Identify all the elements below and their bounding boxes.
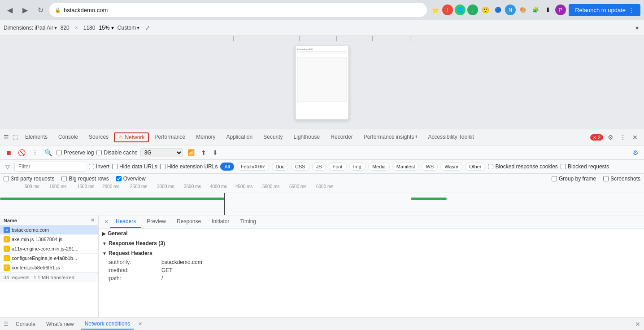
close-bottom-panel-button[interactable]: ✕	[635, 321, 640, 328]
group-by-frame-label[interactable]: Group by frame	[552, 176, 596, 182]
hide-data-urls-label[interactable]: Hide data URLs	[112, 163, 157, 170]
timeline-bar-area[interactable]	[0, 193, 644, 216]
tab-sources[interactable]: Sources	[83, 131, 114, 144]
import-har-button[interactable]: ⬆	[199, 148, 208, 157]
close-devtools-button[interactable]: ✕	[631, 133, 640, 142]
details-tab-initiator[interactable]: Initiator	[206, 216, 235, 228]
more-options-button[interactable]: ⋮	[618, 133, 628, 142]
bottom-tab-whats-new[interactable]: What's new	[43, 319, 78, 329]
chip-manifest[interactable]: Manifest	[392, 163, 419, 171]
general-section-header[interactable]: ▶ General	[99, 229, 644, 238]
export-har-button[interactable]: ⬇	[211, 148, 220, 157]
relaunch-button[interactable]: Relaunch to update ⋮	[569, 4, 640, 16]
ext-icon-6[interactable]: N	[505, 4, 516, 15]
blocked-requests-checkbox[interactable]	[561, 164, 566, 169]
settings-button[interactable]: ⚙	[606, 133, 615, 142]
disable-cache-checkbox[interactable]	[96, 150, 102, 155]
tab-performance-insights[interactable]: Performance insights ℹ	[358, 131, 423, 144]
search-button[interactable]: 🔍	[43, 148, 54, 157]
forward-button[interactable]: ▶	[19, 4, 31, 16]
preserve-log-label[interactable]: Preserve log	[57, 150, 94, 156]
disable-cache-label[interactable]: Disable cache	[96, 150, 137, 156]
close-list-header-button[interactable]: ✕	[91, 217, 95, 223]
chip-other[interactable]: Other	[465, 163, 486, 171]
close-details-button[interactable]: ✕	[102, 216, 110, 228]
bottom-tab-console[interactable]: Console	[12, 319, 39, 329]
dimensions-selector[interactable]: Dimensions: iPad Air ▾	[4, 25, 57, 31]
tab-accessibility[interactable]: Accessibility Toolkit	[422, 131, 479, 144]
invert-checkbox[interactable]	[89, 164, 94, 169]
ext-icon-8[interactable]: 🧩	[530, 4, 541, 15]
tab-network[interactable]: ⚠ Network	[114, 132, 149, 142]
preserve-log-checkbox[interactable]	[57, 150, 62, 155]
big-rows-label[interactable]: Big request rows	[61, 176, 109, 182]
rotate-button[interactable]: ⤢	[143, 23, 152, 32]
network-item-axe[interactable]: ! axe.min.js-13867884.js	[0, 235, 98, 244]
clear-button[interactable]: 🚫	[16, 148, 27, 157]
network-condition-icon[interactable]: 📶	[186, 148, 196, 157]
hide-extension-urls-checkbox[interactable]	[160, 164, 165, 169]
screenshots-checkbox[interactable]	[603, 176, 609, 181]
details-tab-headers[interactable]: Headers	[110, 216, 141, 228]
chip-font[interactable]: Font	[329, 163, 347, 171]
details-tab-timing[interactable]: Timing	[235, 216, 261, 228]
close-network-conditions-button[interactable]: ✕	[138, 321, 142, 327]
chip-img[interactable]: Img	[349, 163, 366, 171]
third-party-label[interactable]: 3rd-party requests	[4, 176, 54, 182]
chip-js[interactable]: JS	[312, 163, 326, 171]
device-mode-icon[interactable]: ☰	[2, 133, 11, 141]
big-rows-checkbox[interactable]	[61, 176, 67, 181]
chip-css[interactable]: CSS	[291, 163, 309, 171]
ext-icon-5[interactable]: 🔵	[492, 4, 503, 15]
chip-doc[interactable]: Doc	[272, 163, 289, 171]
invert-label[interactable]: Invert	[89, 163, 109, 170]
filter-icon[interactable]: ▽	[4, 163, 12, 171]
chip-wasm[interactable]: Wasm	[440, 163, 462, 171]
hide-data-urls-checkbox[interactable]	[112, 164, 117, 169]
network-settings-button[interactable]: ⚙	[631, 148, 640, 157]
chip-ws[interactable]: WS	[422, 163, 438, 171]
ext-icon-4[interactable]: 🙂	[480, 4, 491, 15]
blocked-cookies-checkbox[interactable]	[488, 164, 493, 169]
stop-recording-button[interactable]: ⏹	[4, 148, 13, 157]
ext-icon-1[interactable]: !	[442, 4, 453, 15]
blocked-requests-label[interactable]: Blocked requests	[561, 163, 609, 170]
chip-media[interactable]: Media	[368, 163, 390, 171]
tab-console[interactable]: Console	[53, 131, 83, 144]
network-speed-select[interactable]: 3G 4G No throttling	[140, 148, 183, 157]
chip-fetch-xhr[interactable]: Fetch/XHR	[237, 163, 269, 171]
overview-checkbox[interactable]	[116, 176, 122, 181]
blocked-cookies-label[interactable]: Blocked response cookies	[488, 163, 557, 170]
device-menu-button[interactable]: ▾	[634, 23, 640, 32]
group-by-frame-checkbox[interactable]	[552, 176, 557, 181]
network-item-configure[interactable]: ! configureEngine.js-e4a8b1b...	[0, 254, 98, 263]
ext-icon-2[interactable]: 🌐	[455, 4, 466, 15]
tab-elements[interactable]: Elements	[20, 131, 53, 144]
menu-icon[interactable]: ☰	[4, 321, 9, 327]
network-item-a11y[interactable]: ! a11y-engine-core.min.js-291...	[0, 244, 98, 254]
custom-selector[interactable]: Custom ▾	[117, 25, 139, 31]
details-tab-preview[interactable]: Preview	[141, 216, 171, 228]
ext-icon-3[interactable]: ↓	[467, 4, 478, 15]
tab-lighthouse[interactable]: Lighthouse	[288, 131, 326, 144]
tab-memory[interactable]: Memory	[191, 131, 221, 144]
inspect-icon[interactable]: ⬚	[11, 133, 20, 141]
tab-performance[interactable]: Performance	[149, 131, 191, 144]
network-item-content[interactable]: ! content.js-b8eb6f51.js	[0, 263, 98, 273]
details-tab-response[interactable]: Response	[171, 216, 206, 228]
filter-icon-button[interactable]: ⋮	[30, 148, 40, 157]
address-bar[interactable]: 🔒 bstackdemo.com	[49, 3, 427, 17]
hide-extension-urls-label[interactable]: Hide extension URLs	[160, 163, 218, 170]
refresh-button[interactable]: ↻	[34, 4, 47, 16]
tab-application[interactable]: Application	[221, 131, 258, 144]
overview-label[interactable]: Overview	[116, 176, 146, 182]
screenshots-label[interactable]: Screenshots	[603, 176, 640, 182]
response-headers-section-header[interactable]: ▼ Response Headers (3)	[99, 238, 644, 248]
download-icon[interactable]: ⬇	[543, 4, 553, 15]
filter-input[interactable]	[14, 162, 86, 172]
network-item-bstackdemo[interactable]: ≡ bstackdemo.com	[0, 225, 98, 235]
bottom-tab-network-conditions[interactable]: Network conditions	[81, 319, 134, 330]
chip-all[interactable]: All	[220, 163, 234, 171]
zoom-selector[interactable]: 15% ▾	[99, 25, 113, 31]
third-party-checkbox[interactable]	[4, 176, 9, 181]
